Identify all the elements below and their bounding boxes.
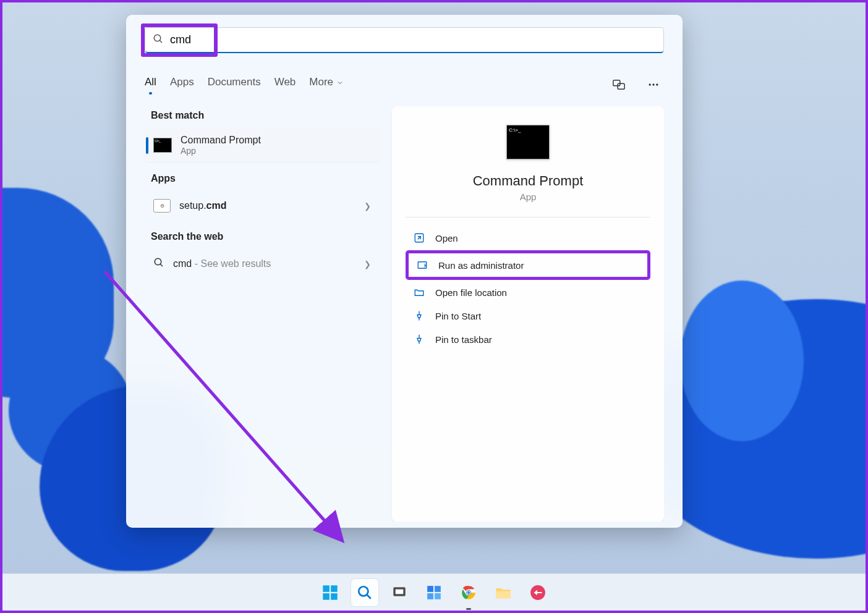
windows-search-panel: All Apps Documents Web More Best match C… [126,15,683,528]
svg-rect-12 [323,585,330,592]
result-title: cmd - See web results [173,258,271,269]
tab-all[interactable]: All [145,76,156,93]
search-bar[interactable] [145,27,664,53]
search-filter-tabs: All Apps Documents Web More [145,74,664,95]
svg-rect-13 [331,585,338,592]
divider [406,217,650,218]
svg-rect-2 [613,80,620,86]
section-search-web: Search the web [151,231,380,242]
result-title: setup.cmd [179,200,227,211]
svg-point-7 [155,258,161,265]
taskbar [2,573,866,611]
action-label: Open file location [435,287,507,298]
command-prompt-icon [506,125,550,159]
section-apps: Apps [151,173,380,184]
search-icon [153,33,164,47]
svg-rect-21 [435,586,441,592]
action-open[interactable]: Open [406,226,650,250]
chevron-right-icon: ❯ [364,201,371,211]
result-title: Command Prompt [181,135,261,146]
action-label: Pin to Start [435,311,481,321]
tab-more[interactable]: More [309,76,343,93]
taskbar-chrome-button[interactable] [455,579,482,606]
taskbar-app-button[interactable] [524,579,551,606]
search-icon [153,257,164,271]
action-run-as-administrator[interactable]: Run as administrator [409,253,647,277]
taskbar-widgets-button[interactable] [420,579,448,606]
desktop-wallpaper-blob [680,281,804,441]
result-web-cmd[interactable]: cmd - See web results ❯ [145,250,380,278]
tab-web[interactable]: Web [274,76,296,93]
tab-more-label: More [309,76,333,88]
svg-point-16 [359,586,368,596]
result-detail-pane: Command Prompt App Open Run as administr… [392,106,664,522]
svg-point-6 [656,83,658,85]
result-subtitle: App [181,146,261,156]
cmd-file-icon: ⚙ [153,199,171,213]
action-pin-to-taskbar[interactable]: Pin to taskbar [406,328,650,351]
svg-rect-15 [331,593,338,600]
search-feedback-icon[interactable] [608,74,629,95]
command-prompt-icon [153,138,172,153]
section-best-match: Best match [151,110,380,121]
chevron-down-icon [336,79,344,87]
action-open-file-location[interactable]: Open file location [406,281,650,304]
action-pin-to-start[interactable]: Pin to Start [406,304,650,328]
result-setup-cmd[interactable]: ⚙ setup.cmd ❯ [145,192,380,220]
svg-line-8 [160,264,163,266]
start-button[interactable] [317,579,344,606]
search-input[interactable] [170,33,656,46]
svg-rect-3 [618,83,624,89]
search-bar-row [145,27,664,53]
svg-rect-23 [435,593,441,599]
pin-icon [413,333,425,345]
action-label: Run as administrator [438,260,524,271]
svg-point-4 [649,83,651,85]
svg-rect-28 [496,591,510,598]
svg-rect-14 [323,593,330,600]
result-command-prompt[interactable]: Command Prompt App [145,129,380,162]
svg-point-0 [154,35,161,41]
action-label: Pin to taskbar [435,334,492,345]
svg-line-1 [160,40,162,43]
action-label: Open [435,233,458,243]
detail-subtitle: App [520,192,537,202]
svg-rect-20 [427,586,433,592]
detail-title: Command Prompt [473,173,584,189]
chevron-right-icon: ❯ [364,260,371,269]
svg-point-27 [467,591,470,594]
tab-documents[interactable]: Documents [208,76,261,93]
detail-action-list: Open Run as administrator Open file loca… [406,226,650,351]
tab-apps[interactable]: Apps [170,76,194,93]
search-results-column: Best match Command Prompt App Apps ⚙ set… [145,106,380,522]
svg-rect-22 [427,593,433,599]
svg-rect-19 [395,589,404,594]
open-icon [413,232,425,244]
search-options-icon[interactable] [643,74,664,95]
annotation-run-admin-highlight: Run as administrator [406,250,650,280]
taskbar-task-view-button[interactable] [386,579,413,606]
pin-icon [413,310,425,322]
taskbar-search-button[interactable] [351,579,378,606]
shield-admin-icon [416,259,428,271]
folder-icon [413,286,425,298]
svg-point-5 [652,83,654,85]
taskbar-file-explorer-button[interactable] [490,579,517,606]
svg-line-17 [367,594,371,599]
